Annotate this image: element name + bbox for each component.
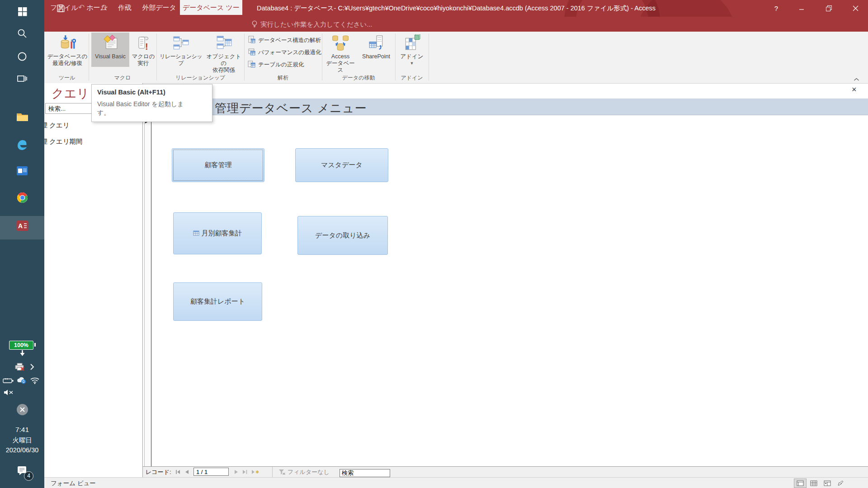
dismiss-circle-icon[interactable] [0,404,44,416]
update-arrow-icon[interactable] [0,350,44,357]
printer-error-icon[interactable] [14,363,25,373]
collapse-ribbon-icon[interactable] [854,75,859,83]
wifi-icon[interactable] [30,376,40,386]
minimize-button[interactable] [789,0,814,17]
form-title: 管理データベース メニュー [215,100,367,116]
analyze-table-button[interactable]: テーブルの正規化 [248,60,304,70]
addins-dropdown-icon: ▼ [398,60,426,67]
tellme-box[interactable]: 実行したい作業を入力してください... [260,20,372,29]
ribbon-group-move-data: データの移動 [322,74,395,82]
task-view-icon[interactable] [0,74,44,84]
analyze-performance-icon [248,48,255,57]
show-hidden-icons-chevron[interactable] [30,363,35,372]
chrome-icon[interactable] [0,192,44,203]
record-navigation-bar: レコード: 1 / 1 フィルターなし [143,466,868,477]
ribbon-group-addins: アドイン [395,74,429,82]
taskbar: A 100% 7:41 火曜日 2020/06/30 [0,0,44,488]
svg-text:!: ! [145,42,148,52]
clock-date[interactable]: 2020/06/30 [0,446,44,454]
analyze-database-structure-button[interactable]: データベース構造の解析 [248,35,321,45]
file-explorer-icon[interactable] [0,113,44,122]
edge-icon[interactable] [0,139,44,151]
mini-table-icon [193,230,199,237]
tab-create[interactable]: 作成 [114,0,136,15]
relationships-button[interactable]: リレーションシップ [158,33,203,74]
form-button-customer-report[interactable]: 顧客集計レポート [173,282,262,321]
sharepoint-icon [358,33,394,53]
analyze-structure-icon [248,36,255,45]
cortana-icon[interactable] [0,52,44,61]
compact-repair-icon [47,33,88,53]
previous-record-button[interactable] [184,467,189,477]
tooltip-title: Visual Basic (Alt+F11) [97,89,207,96]
object-dependencies-button[interactable]: オブジェクトの 依存関係 [204,33,243,74]
taskbar-search-icon[interactable] [0,28,44,38]
filter-icon [278,467,286,477]
visual-basic-button[interactable]: Visual Basic [91,33,129,67]
tellme-bulb-icon [251,20,258,30]
form-left-border [151,115,151,466]
notification-badge: 4 [24,471,33,481]
outlook-icon[interactable] [0,166,44,176]
record-search-input[interactable] [340,469,390,477]
run-macro-button[interactable]: ! マクロの 実行 [130,33,156,67]
next-record-button[interactable] [234,467,239,477]
visual-basic-tooltip: Visual Basic (Alt+F11) Visual Basic Edit… [91,84,212,122]
close-button[interactable] [843,0,868,17]
datasheet-view-button[interactable] [807,479,820,488]
tab-home[interactable]: ホーム [84,0,109,15]
addins-button[interactable]: アドイン ▼ [398,33,426,67]
form-button-data-import[interactable]: データの取り込み [297,216,388,255]
ribbon-group-relationships: リレーションシップ [156,74,244,82]
tooltip-body: Visual Basic Editor を起動します。 [97,100,207,117]
power-battery-icon[interactable] [3,377,14,385]
form-view-button[interactable] [794,479,807,488]
relationships-icon [158,33,203,53]
clock-day[interactable]: 火曜日 [0,436,44,445]
volume-muted-icon[interactable] [4,389,14,398]
onedrive-sync-icon[interactable] [16,376,27,386]
svg-text:A: A [18,222,23,230]
ribbon-group-macro: マクロ [89,74,156,82]
record-selector-column[interactable] [144,115,151,466]
analyze-performance-button[interactable]: パフォーマンスの最適化 [248,47,321,57]
last-record-button[interactable] [242,467,248,477]
nav-search-placeholder: 検索... [48,105,66,113]
run-macro-icon: ! [130,33,156,53]
tab-database-tools[interactable]: データベース ツール [180,0,242,15]
design-view-button[interactable] [835,479,847,488]
form-close-button[interactable]: × [852,85,857,94]
ribbon-group-tools: ツール [45,74,89,82]
tab-file[interactable]: ファイル [50,0,79,15]
layout-view-button[interactable] [821,479,834,488]
filter-status[interactable]: フィルターなし [288,467,330,477]
help-button[interactable]: ? [764,0,788,17]
ribbon-tab-bar [44,17,868,32]
object-dependencies-icon [204,33,243,53]
analyze-table-icon [248,60,255,69]
battery-percent-indicator[interactable]: 100% [9,341,33,350]
sharepoint-button[interactable]: SharePoint [358,33,394,67]
new-record-button[interactable] [251,467,260,477]
start-button[interactable] [0,7,44,16]
window-title: Database4 : データベース- C:¥Users¥gtech¥OneDr… [257,4,656,13]
first-record-button[interactable] [175,467,181,477]
restore-button[interactable] [816,0,841,17]
access-window: ↶ ↷ ▾ Database4 : データベース- C:¥Users¥gtech… [0,0,868,488]
nav-pane-title: クエリ [52,85,89,102]
tab-external-data[interactable]: 外部データ [139,0,179,15]
record-position-box[interactable]: 1 / 1 [193,468,229,476]
form-button-monthly-summary[interactable]: 月別顧客集計 [173,212,262,254]
access-database-button[interactable]: Access データベース [324,33,357,74]
visual-basic-icon [91,33,129,53]
compact-repair-database-button[interactable]: データベースの 最適化/修復 [47,33,88,67]
form-button-master-data[interactable]: マスタデータ [295,148,388,182]
clock-time[interactable]: 7:41 [0,426,44,434]
form-button-customer-mgmt[interactable]: 顧客管理 [172,148,264,182]
record-label: レコード: [146,467,171,477]
status-bar: フォーム ビュー [44,477,868,488]
record-search-box[interactable] [340,468,390,478]
view-mode-label: フォーム ビュー [51,479,96,488]
battery-tip [34,343,36,347]
access-taskbar-icon[interactable]: A [0,220,44,231]
